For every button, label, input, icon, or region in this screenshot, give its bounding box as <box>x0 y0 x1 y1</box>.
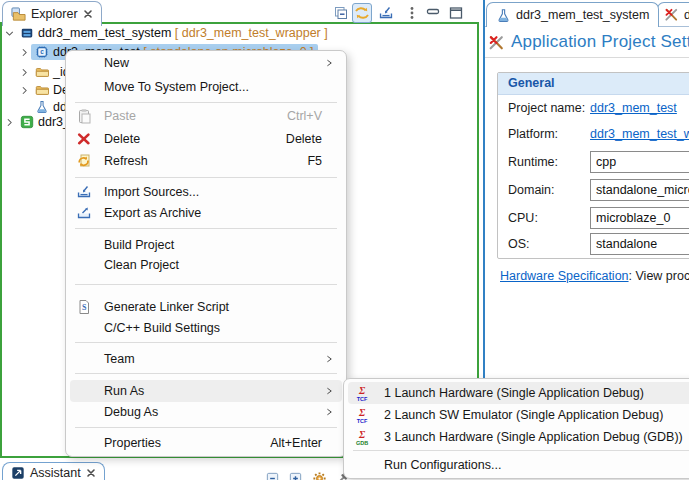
shortcut-label: Delete <box>286 132 342 146</box>
tab-assistant-label: Assistant <box>30 466 81 480</box>
menu-separator <box>75 177 337 178</box>
menu-item-1-launch-hardware-single-application-debug[interactable]: ΣTCF1 Launch Hardware (Single Applicatio… <box>348 382 689 404</box>
hardware-specification: Hardware Specification: View processor i… <box>500 269 689 283</box>
link-with-editor-icon[interactable] <box>352 3 372 23</box>
general-section: General Project name:ddr3_mem_testPlatfo… <box>497 72 689 259</box>
field-cpu: CPU:microblaze_0 <box>508 207 689 229</box>
field-project-name: Project name:ddr3_mem_test <box>508 97 677 119</box>
svg-text:GDB: GDB <box>356 440 368 446</box>
shortcut-label: Ctrl+V <box>287 109 342 123</box>
menu-item-properties[interactable]: PropertiesAlt+Enter <box>70 432 342 454</box>
hardware-specification-link[interactable]: Hardware Specification <box>500 269 629 283</box>
submenu-arrow-icon <box>326 354 333 364</box>
app-chip-icon: c <box>35 45 49 59</box>
menu-item-2-launch-sw-emulator-single-application-debug[interactable]: ΣTCF2 Launch SW Emulator (Single Applica… <box>348 404 689 426</box>
os-combo[interactable]: standalone <box>590 233 689 255</box>
chevron-right-icon[interactable] <box>18 66 31 79</box>
page-title: Application Project Settings <box>511 32 689 52</box>
svg-text:TCF: TCF <box>357 396 368 402</box>
tab-ddr3-mem-test-system[interactable]: ddr3_mem_test_system <box>486 2 659 27</box>
hardware-specification-suffix: : View processor information <box>629 269 689 283</box>
import-tray-icon <box>76 184 96 200</box>
menu-item-delete[interactable]: DeleteDelete <box>70 128 342 150</box>
menu-item-paste[interactable]: PasteCtrl+V <box>70 105 342 127</box>
platform-link[interactable]: ddr3_mem_test_wrapper <box>590 127 689 141</box>
chevron-right-icon[interactable] <box>18 46 31 59</box>
tab-explorer-label: Explorer <box>31 7 78 21</box>
assistant-icon <box>11 466 25 480</box>
menu-item-3-launch-hardware-single-application-debug-gdb[interactable]: ΣGDB3 Launch Hardware (Single Applicatio… <box>348 426 689 448</box>
minimize-box-icon[interactable] <box>264 470 281 480</box>
close-icon[interactable] <box>83 9 93 19</box>
menu-item-move-to-system-project[interactable]: Move To System Project... <box>70 76 342 98</box>
menu-separator <box>75 373 337 374</box>
maximize-icon[interactable] <box>446 3 466 23</box>
submenu-arrow-icon <box>326 58 333 68</box>
menu-item-generate-linker-script[interactable]: SGenerate Linker Script <box>70 296 342 318</box>
menu-item-clean-project[interactable]: Clean Project <box>70 254 342 276</box>
refresh-icon <box>76 153 96 169</box>
collapse-all-icon[interactable] <box>331 3 351 23</box>
settings-gear-icon[interactable] <box>311 470 328 480</box>
view-menu-icon[interactable] <box>402 3 422 23</box>
explorer-icon <box>11 7 26 22</box>
tcf-icon: ΣTCF <box>354 385 374 401</box>
maximize-box-icon[interactable] <box>287 470 304 480</box>
menu-item-c-c-build-settings[interactable]: C/C++ Build Settings <box>70 317 342 339</box>
menu-item-build-project[interactable]: Build Project <box>70 234 342 256</box>
chevron-right-icon[interactable] <box>3 116 16 129</box>
menu-item-run-configurations[interactable]: Run Configurations... <box>348 454 689 476</box>
settings-wrench-icon <box>488 34 505 51</box>
delete-x-icon <box>76 131 96 147</box>
export-tray-icon <box>76 205 96 221</box>
menu-item-debug-as[interactable]: Debug As <box>70 401 342 423</box>
chevron-down-icon[interactable] <box>3 27 16 40</box>
gdb-icon: ΣGDB <box>354 429 374 445</box>
tab-assistant[interactable]: Assistant <box>2 462 105 480</box>
menu-separator <box>75 228 337 229</box>
menu-item-new[interactable]: New <box>70 52 342 74</box>
flask-icon <box>496 8 511 23</box>
runtime-combo[interactable]: cpp <box>590 151 689 173</box>
context-menu: NewMove To System Project...PasteCtrl+VD… <box>65 50 347 457</box>
tcf-icon: ΣTCF <box>354 407 374 423</box>
system-project-icon <box>20 26 34 40</box>
field-domain: Domain:standalone_microblaze_0 <box>508 179 689 201</box>
svg-text:S: S <box>82 303 87 312</box>
menu-item-run-as[interactable]: Run As <box>70 380 342 402</box>
shortcut-label: F5 <box>307 154 342 168</box>
field-runtime: Runtime:cpp <box>508 151 689 173</box>
cpu-combo[interactable]: microblaze_0 <box>590 207 689 229</box>
import-sources-icon[interactable] <box>376 3 396 23</box>
svg-text:TCF: TCF <box>357 418 368 424</box>
menu-item-export-as-archive[interactable]: Export as Archive <box>70 202 342 224</box>
svg-text:Σ: Σ <box>358 429 366 440</box>
run-as-submenu: ΣTCF1 Launch Hardware (Single Applicatio… <box>343 378 689 479</box>
menu-item-import-sources[interactable]: Import Sources... <box>70 181 342 203</box>
linker-script-icon: S <box>76 299 96 315</box>
svg-text:c: c <box>40 48 44 55</box>
field-os: OS:standalone <box>508 233 689 255</box>
svg-text:Σ: Σ <box>358 407 366 418</box>
submenu-arrow-icon <box>326 407 333 417</box>
tree-item-ddr3-mem-test-system[interactable]: ddr3_mem_test_system [ ddr3_mem_test_wra… <box>3 24 332 42</box>
menu-item-team[interactable]: Team <box>70 348 342 370</box>
tab-explorer[interactable]: Explorer <box>2 1 102 26</box>
general-heading: General <box>498 73 689 95</box>
menu-separator <box>75 427 337 428</box>
close-icon[interactable] <box>86 468 96 478</box>
chevron-right-icon[interactable] <box>18 84 31 97</box>
menu-item-refresh[interactable]: RefreshF5 <box>70 150 342 172</box>
project-name-link[interactable]: ddr3_mem_test <box>590 101 677 115</box>
domain-combo[interactable]: standalone_microblaze_0 <box>590 179 689 201</box>
menu-separator <box>75 284 337 285</box>
folder-icon <box>35 83 49 97</box>
submenu-arrow-icon <box>326 386 333 396</box>
svg-text:Σ: Σ <box>358 385 366 396</box>
minimize-icon[interactable] <box>423 3 443 23</box>
folder-icon <box>35 65 49 79</box>
flask-icon <box>35 100 49 114</box>
shortcut-label: Alt+Enter <box>270 436 342 450</box>
platform-icon <box>20 115 34 129</box>
header-divider <box>485 57 689 58</box>
